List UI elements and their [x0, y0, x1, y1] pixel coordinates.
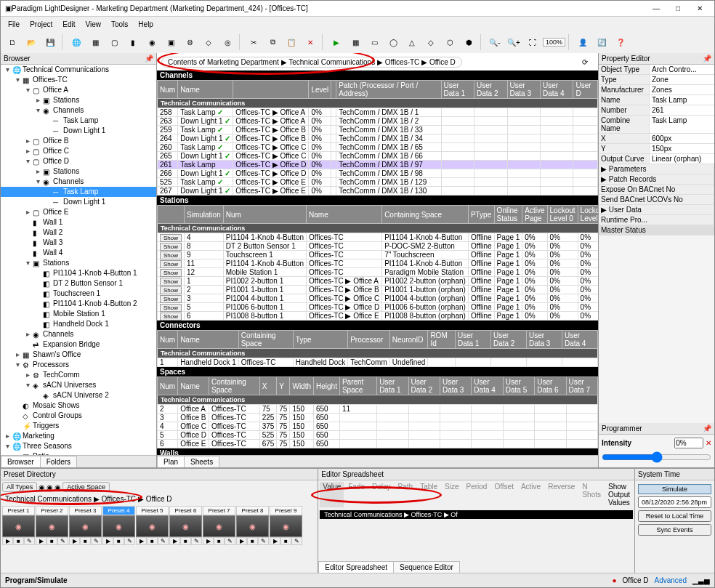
col-header[interactable]: User Data 3 [440, 377, 471, 395]
preset-cell[interactable]: Preset 2◉▶■✎ [36, 506, 68, 545]
maximize-button[interactable]: □ [668, 2, 688, 15]
editor-btn-offset[interactable]: Offset [491, 482, 517, 507]
tab-editor-spreadsheet[interactable]: Editor Spreadsheet [318, 561, 394, 573]
panel-pin-icon[interactable]: 📌 [703, 55, 711, 63]
prop-value[interactable]: Zones [650, 85, 714, 94]
table-row[interactable]: 265Down Light 1 ✓Offices-TC ▶ Office C0%… [158, 152, 598, 161]
col-header[interactable]: User Data 7 [566, 377, 597, 395]
prop-group[interactable]: Expose On BACnet No [599, 185, 714, 194]
tree-node[interactable]: ◧Touchscreen 1 [1, 289, 156, 299]
tree-node[interactable]: ◧DT 2 Button Sensor 1 [1, 278, 156, 289]
col-header[interactable]: Num [158, 331, 178, 349]
refresh-icon[interactable]: ⟳ [576, 53, 594, 71]
panel-pin-icon[interactable]: 📌 [703, 424, 711, 432]
preset-play-icon[interactable]: ▶ [2, 537, 13, 545]
tree-node[interactable]: ▾▣Stations [1, 258, 156, 268]
prop-group[interactable]: ▶ Patch Records [599, 174, 714, 184]
table-row[interactable]: Show11PI1104 1-Knob 4-ButtonOffices-TCPI… [158, 259, 599, 268]
editor-btn-fade[interactable]: Fade [345, 482, 368, 507]
gear-icon[interactable]: ⚙ [181, 33, 198, 51]
col-header[interactable]: Num [158, 377, 178, 395]
shape1-icon[interactable]: ▭ [365, 33, 383, 51]
col-header[interactable]: Containing Space [382, 206, 469, 224]
preset-stop-icon[interactable]: ■ [47, 537, 57, 545]
grid-icon[interactable]: ▦ [347, 33, 364, 51]
tab-sheets[interactable]: Sheets [184, 456, 219, 467]
tree-node[interactable]: ▸🌐Marketing [1, 431, 156, 441]
tree-node[interactable]: ▾◉Channels [1, 105, 156, 116]
tree-node[interactable]: ▸▣Stations [1, 166, 156, 177]
col-header[interactable]: Name [178, 377, 209, 395]
preset-edit-icon[interactable]: ✎ [191, 537, 202, 545]
prop-value[interactable]: Task Lamp [650, 95, 714, 105]
show-button[interactable]: Show [160, 243, 182, 251]
preset-edit-icon[interactable]: ✎ [225, 537, 235, 545]
shape5-icon[interactable]: ⬡ [441, 33, 459, 51]
show-button[interactable]: Show [160, 304, 182, 312]
col-header[interactable]: Width [290, 377, 314, 395]
show-button[interactable]: Show [160, 234, 182, 242]
table-row[interactable]: Show8DT 2 Button Sensor 1Offices-TCP-DOC… [158, 242, 599, 251]
tree-twisty-icon[interactable]: ▾ [24, 380, 31, 390]
wall-icon[interactable]: ▮ [124, 33, 142, 51]
save-icon[interactable]: 💾 [41, 33, 59, 51]
tree-node[interactable]: ▾▢Office A [1, 85, 156, 95]
preset-edit-icon[interactable]: ✎ [258, 537, 269, 545]
zoom-out-icon[interactable]: 🔍- [486, 33, 504, 51]
minimize-button[interactable]: — [646, 2, 666, 15]
tree-twisty-icon[interactable]: ▸ [34, 95, 41, 105]
zoom-level[interactable]: 100% [543, 38, 565, 47]
preset-edit-icon[interactable]: ✎ [158, 537, 169, 545]
tree-node[interactable]: ▸▢Office E [1, 207, 156, 217]
editor-btn-value[interactable]: Value [320, 482, 344, 507]
col-header[interactable]: Lockout Level 1 [578, 206, 598, 224]
table-row[interactable]: 260Task Lamp ✓Offices-TC ▶ Office C0%Tec… [158, 143, 598, 152]
table-row[interactable]: 5Office DOffices-TC52575150650 [158, 431, 598, 440]
close-button[interactable]: ✕ [690, 2, 710, 15]
tree-twisty-icon[interactable]: ▸ [14, 350, 21, 360]
show-button[interactable]: Show [160, 251, 182, 259]
tree-node[interactable]: ◧PI1104 1-Knob 4-Button 2 [1, 299, 156, 309]
col-header[interactable]: Height [314, 377, 340, 395]
menu-edit[interactable]: Edit [58, 19, 79, 30]
tree-node[interactable]: ▾▦Offices-TC [1, 75, 156, 85]
col-header[interactable]: User Data 5 [503, 377, 534, 395]
channel-icon[interactable]: ◉ [143, 33, 161, 51]
col-header[interactable]: Num [223, 206, 306, 224]
zoom-in-icon[interactable]: 🔍+ [505, 33, 522, 51]
col-header[interactable] [331, 81, 336, 99]
shape4-icon[interactable]: ◇ [422, 33, 440, 51]
col-header[interactable]: Parent Space [339, 377, 376, 395]
preset-breadcrumb[interactable]: Technical Communications ▶ Offices-TC ▶ … [5, 495, 172, 503]
tree-twisty-icon[interactable]: ▾ [14, 360, 21, 370]
intensity-input[interactable] [674, 438, 703, 448]
preset-play-icon[interactable]: ▶ [270, 537, 280, 545]
tree-node[interactable]: ▸▣Stations [1, 95, 156, 105]
tree-twisty-icon[interactable]: ▾ [14, 75, 21, 85]
table-row[interactable]: 267Down Light 1 ✓Offices-TC ▶ Office E0%… [158, 187, 598, 196]
globe-icon[interactable]: 🌐 [68, 33, 85, 51]
tree-node[interactable]: ─Task Lamp [1, 187, 156, 197]
preset-cell[interactable]: Preset 9◉▶■✎ [270, 506, 302, 545]
tree-twisty-icon[interactable]: ▾ [24, 85, 31, 95]
table-row[interactable]: 261Task LampOffices-TC ▶ Office D0%TechC… [158, 161, 598, 169]
table-row[interactable]: 525Task Lamp ✓Offices-TC ▶ Office E0%Tec… [158, 178, 598, 187]
reset-time-button[interactable]: Reset to Local Time [638, 510, 711, 522]
prop-value[interactable]: Zone [650, 75, 714, 84]
col-header[interactable]: Type [293, 331, 347, 349]
menu-project[interactable]: Project [25, 19, 57, 30]
col-header[interactable]: User Data 2 [474, 81, 507, 99]
col-header[interactable]: User Data 1 [441, 81, 474, 99]
table-row[interactable]: 2Office AOffices-TC757515065011 [158, 405, 598, 414]
menu-help[interactable]: Help [134, 19, 158, 30]
table-row[interactable]: Show12Mobile Station 1Offices-TCParadigm… [158, 268, 599, 277]
tab-folders[interactable]: Folders [40, 456, 77, 467]
tree-node[interactable]: ◧PI1104 1-Knob 4-Button 1 [1, 268, 156, 278]
filter-icon[interactable]: ◉ [54, 483, 61, 491]
col-header[interactable]: ROM Id [428, 331, 456, 349]
station-icon[interactable]: ▣ [162, 33, 179, 51]
prop-group[interactable]: ▶ Parameters [599, 164, 714, 174]
tree-twisty-icon[interactable]: ▸ [34, 166, 41, 177]
tree-node[interactable]: ▸▢Office C [1, 146, 156, 156]
breadcrumb[interactable]: Contents of Marketing Department ▶ Techn… [161, 57, 462, 68]
